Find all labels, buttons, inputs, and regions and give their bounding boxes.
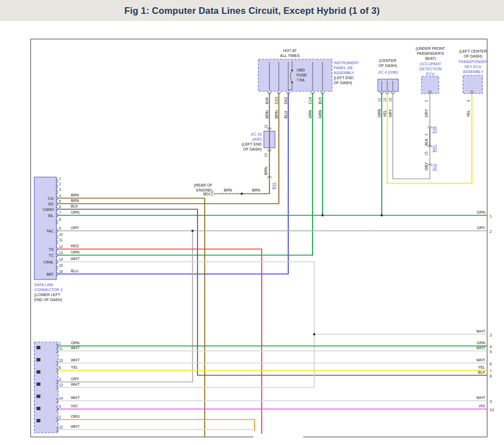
jb-pin-b49: B49	[265, 97, 269, 104]
edge-continuation-num: 3	[490, 333, 492, 337]
jc4-loc-1: (CENTER	[379, 59, 396, 63]
dlc3-wirecolor-tc: GRN	[71, 250, 80, 254]
transponder-name-1: TRANSPONDER	[458, 60, 488, 64]
dlc3-pin-num: 2	[59, 182, 61, 186]
conn2-wirecolor: GRY	[71, 377, 79, 381]
edge-wire-label: WHT	[476, 329, 486, 333]
bottom-connector	[34, 342, 58, 433]
dlc3-loc-1: (LOWER LEFT	[34, 293, 61, 297]
dlc3-wirecolor-sil: GRN	[71, 210, 80, 214]
occupant-chain-1-wire: BLK	[424, 138, 428, 146]
occupant-chain-1-connector[interactable]: M41	[432, 144, 436, 152]
dlc3-signal-canh: CANH	[43, 208, 54, 211]
edge-continuation-num: 2	[490, 230, 492, 234]
dlc3-signal-canl: CANL	[43, 260, 54, 264]
junction-dot-b15-sil	[321, 214, 324, 216]
conn2-wirecolor: GRN	[71, 341, 80, 345]
jc23-name-2: (A90)	[252, 137, 262, 142]
dlc3-wirecolor-ts: RED	[71, 244, 79, 248]
dlc3-pin-num: 12	[59, 245, 64, 249]
fuse-label-1: OBD	[297, 68, 305, 72]
dlc3-pin-num: 9	[59, 226, 61, 230]
dlc3-signal-tc: TC	[49, 253, 54, 257]
jb-wire-0: BRN	[265, 110, 269, 118]
jb-pin-hooks	[268, 92, 324, 94]
hot-at-label: HOT AT	[283, 49, 297, 53]
jb-loc-2: OF DASH)	[334, 81, 352, 85]
dlc3-signal-bat: BAT	[46, 272, 54, 276]
jb-name-3: ASSEMBLY	[334, 71, 355, 75]
occupant-chain-2-num: 15	[424, 151, 428, 156]
wire-canh-blk	[58, 209, 487, 375]
conn2-wirecolor: WHT	[71, 346, 80, 350]
jc23-pin-bottom: 10	[264, 153, 268, 157]
dlc3-pin-num: 8	[59, 218, 61, 221]
jb-name-1: INSTRUMENT	[334, 61, 360, 65]
edge-wire-label: GRN	[476, 210, 485, 214]
conn2-pin-num: 2	[59, 415, 61, 419]
figure-title-bar: Fig 1: Computer Data Lines Circuit, Exce…	[0, 0, 504, 21]
dlc3-signal-tac: TAC	[46, 229, 54, 233]
bd-loc-1: (REAR OF	[194, 183, 212, 188]
conn2-pin-num: 11	[59, 346, 63, 350]
jc23-loc-2: OF DASH)	[243, 147, 262, 152]
transponder-wire: YEL	[466, 110, 470, 117]
jb-wire-4: GRN	[318, 110, 322, 118]
wire-canl-wht	[58, 262, 315, 387]
edge-continuation-num: 1	[490, 214, 492, 218]
conn2-wirecolor: WHT	[71, 396, 80, 400]
jc4-pin-2: 15	[388, 97, 392, 102]
bd-wire-right: BRN	[252, 188, 261, 192]
edge-continuation-num: 8	[490, 374, 492, 378]
conn2-pin-num: 3	[59, 377, 61, 381]
occupant-name-2: DETECTION	[419, 67, 441, 71]
jc4-loc-2: OF DASH)	[378, 64, 397, 68]
occupant-chain-0-connector[interactable]: E48	[432, 126, 436, 133]
edge-wire-label: GRN	[476, 341, 485, 345]
dlc3-pin-num: 13	[59, 251, 64, 255]
jc23-pin-top: 11	[264, 125, 268, 128]
wire-ts-red	[58, 249, 262, 433]
edge-wire-label: YEL	[478, 365, 485, 369]
dlc3-pin-num: 6	[59, 205, 61, 209]
junction-dot-jc4-sil	[381, 214, 383, 216]
occupant-loc-1: (UNDER FRONT	[415, 46, 445, 51]
occupant-loc-3: SEAT)	[425, 56, 436, 61]
dlc3-pin-num: 14	[59, 257, 64, 261]
dlc3-wirecolor-canl: WHT	[71, 257, 80, 261]
bd-wire-left: BRN	[224, 188, 232, 192]
occupant-chain-1-num: 2	[424, 133, 428, 136]
b41-connector-label[interactable]: B41	[272, 182, 276, 189]
jb-wire-3: GRN	[308, 110, 312, 118]
jb-pin-b15: B15	[318, 97, 322, 104]
dlc3-wirecolor-canh: BLK	[71, 204, 79, 208]
jc4-pin-1: 13	[383, 97, 387, 102]
conn2-wirecolor: VIO	[71, 404, 78, 408]
jc4-wire-0: GRN	[377, 108, 381, 117]
fuse-label-3: 7.5A	[297, 78, 305, 82]
edge-continuation-num: 4	[490, 345, 492, 349]
wire-pin2-org	[58, 420, 255, 431]
dlc3-pin-num: 15	[59, 263, 64, 267]
conn2-wirecolor: WHT	[71, 358, 80, 362]
edge-wire-label: WHT	[476, 358, 486, 362]
occupant-chain-0-wire: GRY	[424, 109, 428, 117]
occupant-loc-2: PASSENGER'S	[417, 51, 444, 55]
jc4-wire-1: YEL	[383, 110, 387, 117]
splice-dot-bd	[241, 193, 243, 195]
dlc3-signal-cg: CG	[48, 196, 54, 200]
dlc3-pin-num: 3	[59, 188, 61, 192]
conn2-pin-num: 4	[59, 405, 61, 408]
occupant-chain-2-connector[interactable]: G12	[432, 164, 436, 171]
transponder-loc-1: (LEFT CENTER	[459, 49, 487, 54]
figure-title: Fig 1: Computer Data Lines Circuit, Exce…	[124, 6, 380, 16]
jb-pin-c23: C23	[274, 97, 278, 104]
dlc3-pin-num: 5	[59, 199, 61, 203]
conn2-pin-num: 15	[59, 359, 64, 363]
conn2-pin-num: 14	[59, 396, 64, 400]
bd-splice-name: BD1	[203, 192, 211, 196]
jb-name-2: PANEL J/B	[334, 66, 353, 70]
jb-loc-1: (LEFT END	[334, 76, 354, 80]
dlc3-wirecolor-bat: BLU	[71, 269, 79, 273]
all-times-label: ALL TIMES	[280, 54, 300, 58]
